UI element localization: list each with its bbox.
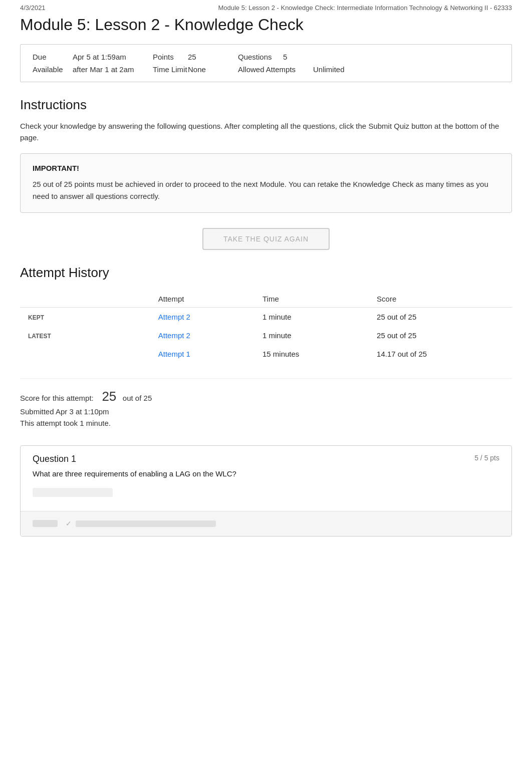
score-value: 25 — [102, 389, 116, 404]
attempt-score: 14.17 out of 25 — [369, 345, 512, 363]
time-limit-label: Time Limit — [153, 65, 188, 74]
answer-area: ✓ — [21, 511, 511, 536]
important-title: IMPORTANT! — [33, 164, 499, 172]
submitted-line: Submitted Apr 3 at 1:10pm — [20, 407, 512, 416]
top-bar: 4/3/2021 Module 5: Lesson 2 - Knowledge … — [0, 0, 532, 16]
important-box: IMPORTANT! 25 out of 25 points must be a… — [20, 153, 512, 213]
col-score: Score — [369, 291, 512, 308]
answer-text-blurred — [76, 520, 216, 527]
allowed-attempts-value: Unlimited — [313, 65, 373, 74]
points-value: 25 — [188, 53, 238, 61]
score-for-attempt-label: Score for this attempt: — [20, 394, 94, 402]
col-badge — [20, 291, 150, 308]
available-label: Available — [33, 65, 73, 74]
answer-blurred-label — [33, 520, 58, 527]
attempt-time: 15 minutes — [254, 345, 369, 363]
allowed-attempts-label: Allowed Attempts — [238, 65, 313, 74]
table-row: Attempt 1 15 minutes 14.17 out of 25 — [20, 345, 512, 363]
page-title: Module 5: Lesson 2 - Knowledge Check — [20, 16, 512, 34]
take-quiz-button[interactable]: TAKE THE QUIZ AGAIN — [202, 228, 330, 250]
instructions-text: Check your knowledge by answering the fo… — [20, 121, 512, 143]
instructions-title: Instructions — [20, 97, 512, 113]
question-pts: 5 / 5 pts — [474, 454, 499, 462]
quiz-button-container: TAKE THE QUIZ AGAIN — [20, 228, 512, 250]
question-number: Question 1 — [33, 454, 76, 464]
question-header: Question 1 5 / 5 pts — [21, 446, 511, 468]
important-text: 25 out of 25 points must be achieved in … — [33, 178, 499, 202]
attempt-score: 25 out of 25 — [369, 308, 512, 327]
attempt-score: 25 out of 25 — [369, 326, 512, 345]
meta-box: Due Apr 5 at 1:59am Points 25 Questions … — [20, 44, 512, 82]
date-label: 4/3/2021 — [20, 4, 46, 12]
blurred-answer-area — [33, 488, 113, 497]
attempt-link[interactable]: Attempt 1 — [158, 350, 190, 358]
due-value: Apr 5 at 1:59am — [73, 53, 153, 61]
attempt-time: 1 minute — [254, 308, 369, 327]
questions-label: Questions — [238, 53, 283, 61]
questions-value: 5 — [283, 53, 343, 61]
question-text: What are three requirements of enabling … — [33, 468, 499, 480]
col-time: Time — [254, 291, 369, 308]
score-out-of: out of 25 — [123, 394, 152, 402]
time-limit-value: None — [188, 65, 238, 74]
attempt-time: 1 minute — [254, 326, 369, 345]
attempt-badge: KEPT — [28, 314, 44, 321]
score-line: Score for this attempt: 25 out of 25 — [20, 389, 512, 404]
check-icon: ✓ — [66, 519, 72, 528]
question-body: What are three requirements of enabling … — [21, 468, 511, 511]
breadcrumb: Module 5: Lesson 2 - Knowledge Check: In… — [218, 4, 512, 12]
attempt-link[interactable]: Attempt 2 — [158, 331, 190, 340]
due-label: Due — [33, 53, 73, 61]
attempt-history-title: Attempt History — [20, 265, 512, 281]
duration-line: This attempt took 1 minute. — [20, 419, 512, 427]
points-label: Points — [153, 53, 188, 61]
attempt-link[interactable]: Attempt 2 — [158, 313, 190, 321]
question-card-1: Question 1 5 / 5 pts What are three requ… — [20, 445, 512, 537]
attempt-badge: LATEST — [28, 333, 51, 340]
attempt-table: Attempt Time Score KEPT Attempt 2 1 minu… — [20, 291, 512, 363]
table-row: LATEST Attempt 2 1 minute 25 out of 25 — [20, 326, 512, 345]
available-value: after Mar 1 at 2am — [73, 65, 153, 74]
table-row: KEPT Attempt 2 1 minute 25 out of 25 — [20, 308, 512, 327]
score-section: Score for this attempt: 25 out of 25 Sub… — [20, 378, 512, 435]
col-attempt: Attempt — [150, 291, 254, 308]
